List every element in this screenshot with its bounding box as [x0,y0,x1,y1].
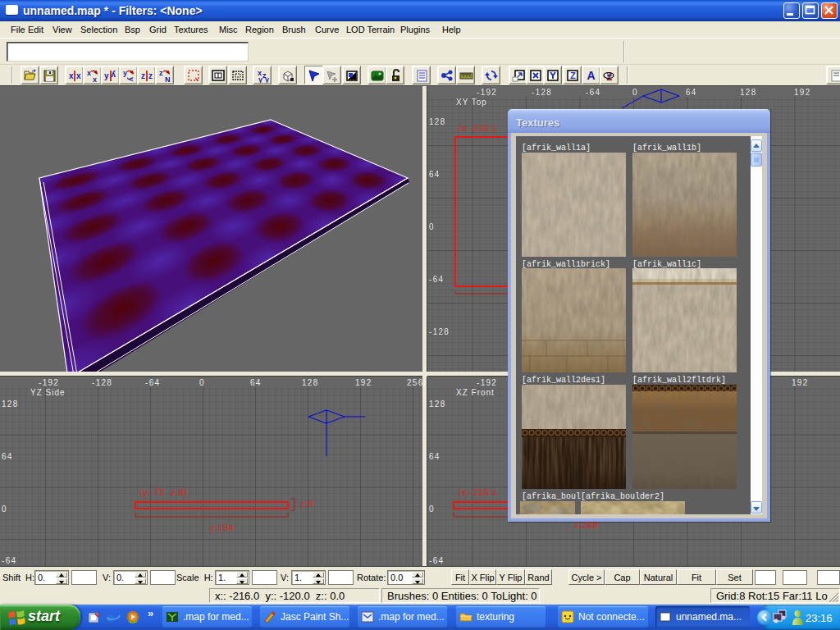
svg-text:Z: Z [570,71,576,80]
svg-text:x: x [93,75,97,83]
svg-text:z: z [141,71,145,80]
svg-text:z: z [148,71,153,80]
svg-text:y: y [111,71,116,80]
svg-text:y: y [104,71,109,80]
svg-text:N: N [165,75,171,83]
svg-text:x: x [76,71,81,80]
svg-text:y: y [123,69,127,77]
svg-text:y: y [258,75,262,83]
svg-text:y: y [265,75,269,83]
svg-text:x: x [69,71,74,80]
svg-text:x: x [87,69,91,77]
svg-text:y: y [127,77,135,81]
svg-text:z: z [159,69,163,77]
svg-text:e: e [107,610,114,624]
